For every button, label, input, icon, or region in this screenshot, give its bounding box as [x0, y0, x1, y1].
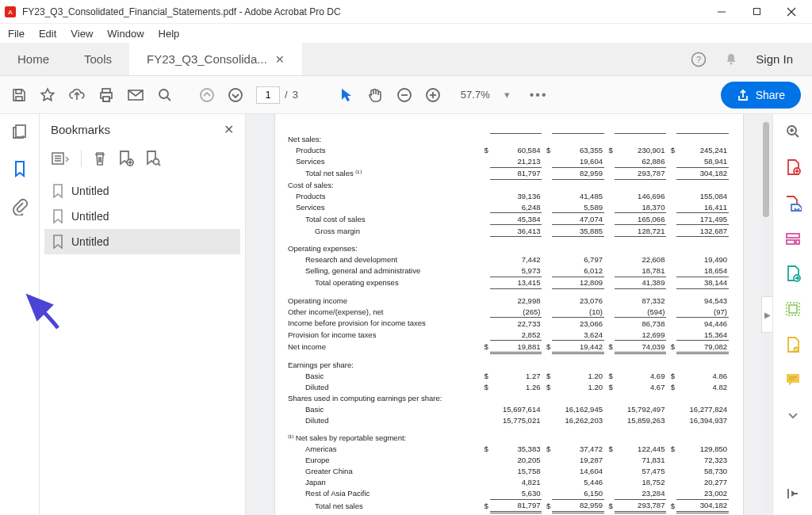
zoom-select[interactable]: 57.7%▾: [454, 86, 517, 104]
main-area: Bookmarks ✕ Untitled Untitled Untitled ◀…: [0, 114, 812, 515]
svg-line-32: [159, 164, 161, 166]
menubar: File Edit View Window Help: [0, 24, 812, 43]
svg-point-17: [229, 89, 242, 101]
svg-rect-23: [16, 125, 25, 137]
tab-close-icon[interactable]: ✕: [275, 53, 285, 66]
collapse-right-icon[interactable]: ▶: [761, 296, 772, 333]
fill-sign-icon[interactable]: [785, 336, 801, 357]
svg-rect-3: [753, 9, 760, 15]
menu-view[interactable]: View: [71, 28, 93, 40]
maximize-button[interactable]: [739, 1, 774, 23]
sign-in-link[interactable]: Sign In: [756, 52, 793, 66]
organize-pages-icon[interactable]: [785, 265, 801, 285]
find-bookmark-icon[interactable]: [145, 150, 161, 167]
zoom-out-icon[interactable]: [396, 87, 412, 103]
more-tools-icon[interactable]: •••: [530, 88, 548, 102]
menu-help[interactable]: Help: [159, 28, 180, 40]
minimize-button[interactable]: [704, 1, 739, 23]
svg-rect-42: [796, 240, 799, 244]
svg-rect-41: [787, 240, 795, 244]
svg-line-15: [167, 97, 170, 101]
svg-point-16: [201, 89, 213, 101]
create-pdf-icon[interactable]: [785, 158, 801, 179]
left-rail: [0, 114, 40, 515]
tab-home[interactable]: Home: [0, 43, 67, 75]
svg-point-8: [730, 62, 733, 64]
bookmarks-list: Untitled Untitled Untitled: [40, 175, 245, 258]
svg-rect-40: [787, 234, 799, 238]
bookmark-item[interactable]: Untitled: [44, 229, 240, 254]
bookmarks-title: Bookmarks: [51, 123, 110, 136]
page-total: 3: [293, 89, 298, 101]
page-down-icon[interactable]: [228, 87, 243, 103]
comment-icon[interactable]: [785, 301, 801, 320]
mail-icon[interactable]: [127, 88, 144, 102]
share-button[interactable]: Share: [721, 82, 801, 109]
bell-icon[interactable]: [724, 52, 738, 67]
svg-point-14: [159, 90, 168, 98]
svg-rect-12: [103, 97, 109, 101]
expand-tools-icon[interactable]: [786, 486, 800, 504]
search-tool-icon[interactable]: [785, 124, 801, 143]
thumbnails-icon[interactable]: [12, 124, 28, 143]
help-icon[interactable]: ?: [691, 52, 707, 67]
selection-tool-icon[interactable]: [339, 87, 354, 103]
zoom-in-icon[interactable]: [425, 87, 441, 103]
bookmark-item[interactable]: Untitled: [44, 178, 240, 204]
right-rail: [772, 114, 812, 515]
menu-file[interactable]: File: [8, 28, 25, 40]
edit-pdf-icon[interactable]: [785, 231, 801, 249]
page-up-icon[interactable]: [199, 87, 215, 103]
menu-window[interactable]: Window: [107, 28, 144, 40]
save-icon[interactable]: [11, 87, 27, 103]
bookmark-options-icon[interactable]: [51, 151, 70, 166]
bookmarks-panel: Bookmarks ✕ Untitled Untitled Untitled: [40, 114, 246, 515]
print-icon[interactable]: [98, 87, 114, 103]
bookmarks-toolbar: [40, 145, 245, 175]
star-icon[interactable]: [40, 87, 56, 103]
page-number-input[interactable]: [256, 86, 280, 104]
titlebar: A FY23_Q3_Consolidated_Financial_Stateme…: [0, 0, 812, 24]
svg-point-31: [154, 159, 159, 165]
bookmark-item[interactable]: Untitled: [44, 204, 240, 229]
close-window-button[interactable]: [774, 1, 809, 23]
toolbar: / 3 57.7%▾ ••• Share: [0, 76, 812, 114]
document-area[interactable]: Net sales:Products$60,584$63,355$230,901…: [246, 114, 772, 515]
attachments-icon[interactable]: [12, 198, 28, 219]
chevron-down-icon[interactable]: [787, 409, 799, 423]
tab-tools[interactable]: Tools: [67, 43, 129, 75]
document-page: Net sales:Products$60,584$63,355$230,901…: [275, 114, 743, 515]
menu-edit[interactable]: Edit: [39, 28, 56, 40]
close-panel-icon[interactable]: ✕: [224, 122, 234, 137]
window-title: FY23_Q3_Consolidated_Financial_Statement…: [22, 6, 704, 17]
svg-rect-45: [789, 305, 797, 313]
sticky-note-icon[interactable]: [785, 372, 801, 390]
svg-line-34: [795, 134, 799, 137]
hand-tool-icon[interactable]: [366, 86, 384, 104]
delete-bookmark-icon[interactable]: [93, 151, 107, 166]
export-pdf-icon[interactable]: [784, 195, 802, 216]
page-indicator: / 3: [256, 86, 298, 104]
svg-rect-9: [16, 90, 21, 93]
bookmarks-rail-icon[interactable]: [13, 160, 27, 181]
tabbar: Home Tools FY23_Q3_Consolida...✕ ? Sign …: [0, 43, 812, 76]
tab-document[interactable]: FY23_Q3_Consolida...✕: [129, 43, 302, 75]
cloud-upload-icon[interactable]: [68, 87, 86, 103]
svg-text:A: A: [8, 9, 13, 16]
new-bookmark-icon[interactable]: [118, 150, 134, 167]
svg-text:?: ?: [696, 55, 701, 64]
find-icon[interactable]: [157, 87, 173, 103]
svg-rect-10: [16, 97, 22, 101]
pdf-icon: A: [3, 5, 17, 19]
